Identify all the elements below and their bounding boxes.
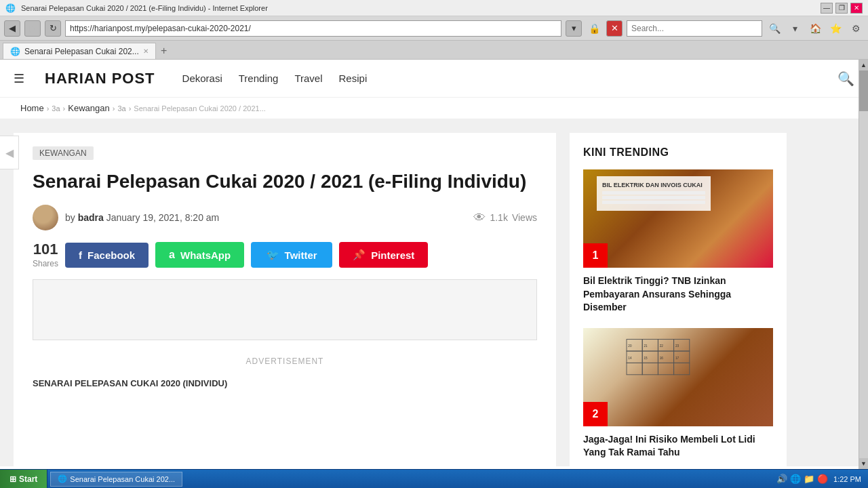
facebook-label: Facebook	[87, 249, 135, 261]
shares-number: 101	[33, 241, 58, 258]
header-search-icon[interactable]: 🔍	[837, 70, 854, 87]
search-button[interactable]: 🔍	[766, 20, 783, 37]
active-tab[interactable]: 🌐 Senarai Pelepasan Cukai 202... ✕	[3, 43, 156, 59]
home-icon[interactable]: 🏠	[807, 20, 823, 37]
shares-count: 101 Shares	[33, 241, 58, 268]
nav-dekorasi[interactable]: Dekorasi	[182, 73, 222, 84]
trending-text-1[interactable]: Bil Elektrik Tinggi? TNB Izinkan Pembaya…	[583, 274, 773, 314]
eye-icon: 👁	[473, 211, 486, 225]
facebook-share-button[interactable]: f Facebook	[65, 243, 149, 268]
close-button[interactable]: ✕	[850, 3, 863, 14]
browser-tabs: 🌐 Senarai Pelepasan Cukai 202... ✕ +	[0, 41, 868, 60]
refresh-button[interactable]: ↻	[45, 20, 61, 37]
site-nav: Dekorasi Trending Travel Resipi	[182, 73, 368, 84]
new-tab-button[interactable]: +	[156, 43, 172, 59]
shares-label: Shares	[33, 259, 58, 268]
trending-text-2[interactable]: Jaga-Jaga! Ini Risiko Membeli Lot Lidi Y…	[583, 433, 773, 460]
breadcrumb: Home › 3a › Kewangan › 3a › Senarai Pele…	[0, 98, 868, 119]
start-button[interactable]: ⊞ Start	[0, 470, 47, 488]
nav-trending[interactable]: Trending	[239, 73, 279, 84]
trending-item-1: BIL ELEKTRIK DAN INVOIS CUKAI 1 Bil Elek…	[583, 169, 773, 314]
taskbar-browser-item[interactable]: 🌐 Senarai Pelepasan Cukai 202...	[50, 472, 182, 487]
taskbar-network-icon[interactable]: 🌐	[790, 474, 801, 484]
search-input[interactable]	[627, 20, 762, 37]
site-logo[interactable]: HARIAN POST	[45, 70, 155, 87]
hamburger-menu[interactable]: ☰	[14, 71, 24, 86]
trending-rank-2: 2	[583, 402, 608, 426]
scroll-down-arrow[interactable]: ▼	[859, 458, 868, 469]
page-body: KEWANGAN Senarai Pelepasan Cukai 2020 / …	[0, 119, 868, 466]
pinterest-icon: 📌	[353, 249, 366, 261]
breadcrumb-current: Senarai Pelepasan Cukai 2020 / 2021...	[134, 104, 265, 113]
twitter-icon: 🐦	[267, 249, 279, 261]
vertical-scrollbar[interactable]: ▲ ▼	[859, 60, 868, 469]
ad-placeholder	[33, 279, 537, 340]
taskbar-browser-icon: 🌐	[58, 474, 67, 483]
svg-text:14: 14	[628, 356, 632, 359]
author-name[interactable]: badra	[78, 212, 104, 223]
start-label: Start	[19, 474, 37, 484]
pinterest-share-button[interactable]: 📌 Pinterest	[339, 242, 428, 268]
scroll-up-arrow[interactable]: ▲	[859, 60, 868, 70]
twitter-label: Twitter	[285, 249, 317, 261]
back-button[interactable]: ◀	[4, 20, 20, 37]
taskbar-security-icon[interactable]: 🔴	[817, 474, 828, 484]
back-arrow-icon: ◀	[5, 146, 14, 159]
search-dropdown[interactable]: ▾	[787, 20, 803, 37]
tab-label: Senarai Pelepasan Cukai 202...	[24, 47, 139, 56]
svg-rect-9	[642, 363, 658, 374]
browser-titlebar: 🌐 Senarai Pelepasan Cukai 2020 / 2021 (e…	[0, 0, 868, 16]
breadcrumb-sep4: ›	[129, 104, 132, 113]
windows-icon: ⊞	[9, 474, 16, 484]
breadcrumb-home[interactable]: Home	[20, 103, 44, 113]
settings-icon[interactable]: ⚙	[848, 20, 864, 37]
article-subtitle: SENARAI PELEPASAN CUKAI 2020 (INDIVIDU)	[33, 373, 537, 394]
address-url: https://harianpost.my/pelepasan-cukai-20…	[70, 24, 251, 33]
favorites-icon[interactable]: ⭐	[827, 20, 844, 37]
facebook-icon: f	[79, 249, 82, 261]
main-article: KEWANGAN Senarai Pelepasan Cukai 2020 / …	[14, 133, 556, 466]
nav-travel[interactable]: Travel	[294, 73, 322, 84]
minimize-button[interactable]: —	[821, 3, 833, 14]
whatsapp-icon: a	[169, 249, 175, 261]
author-info: by badra January 19, 2021, 8:20 am	[65, 212, 219, 223]
scroll-thumb[interactable]	[859, 70, 868, 111]
taskbar: ⊞ Start 🌐 Senarai Pelepasan Cukai 202...…	[0, 469, 868, 488]
taskbar-time: 1:22 PM	[833, 475, 861, 483]
svg-text:22: 22	[660, 344, 664, 348]
nav-resipi[interactable]: Resipi	[339, 73, 368, 84]
site-header: ☰ HARIAN POST Dekorasi Trending Travel R…	[0, 60, 868, 98]
lock-icon: 🔒	[586, 20, 602, 37]
browser-toolbar: ◀ ▶ ↻ https://harianpost.my/pelepasan-cu…	[0, 16, 868, 41]
category-tag[interactable]: KEWANGAN	[33, 146, 94, 160]
dropdown-button[interactable]: ▾	[566, 20, 582, 37]
article-date: January 19, 2021, 8:20 am	[106, 212, 220, 223]
taskbar-icons: 🔊 🌐 📁 🔴	[776, 474, 828, 484]
whatsapp-label: WhatsApp	[180, 249, 231, 261]
tab-close-icon[interactable]: ✕	[143, 47, 149, 55]
taskbar-right: 🔊 🌐 📁 🔴 1:22 PM	[770, 474, 868, 484]
website: ☰ HARIAN POST Dekorasi Trending Travel R…	[0, 60, 868, 469]
taskbar-volume-icon[interactable]: 🔊	[776, 474, 787, 484]
taskbar-folder-icon[interactable]: 📁	[804, 474, 814, 484]
views-count: 👁 1.1k Views	[473, 211, 537, 225]
address-bar[interactable]: https://harianpost.my/pelepasan-cukai-20…	[65, 20, 561, 37]
forward-button[interactable]: ▶	[24, 20, 41, 37]
svg-text:16: 16	[660, 356, 664, 359]
whatsapp-share-button[interactable]: a WhatsApp	[155, 242, 244, 268]
restore-button[interactable]: ❐	[835, 3, 848, 14]
svg-rect-8	[627, 363, 642, 374]
taskbar-browser-label: Senarai Pelepasan Cukai 202...	[70, 475, 175, 483]
svg-rect-10	[658, 363, 673, 374]
svg-text:21: 21	[644, 344, 648, 348]
trending-item-2: 20 21 22 23 14 15 16 17 2 Jaga-Jaga! Ini…	[583, 328, 773, 460]
breadcrumb-kewangan[interactable]: Kewangan	[68, 103, 109, 113]
twitter-share-button[interactable]: 🐦 Twitter	[251, 242, 332, 268]
delete-button[interactable]: ✕	[606, 20, 623, 37]
back-edge-button[interactable]: ◀	[0, 136, 19, 169]
breadcrumb-3a-1: 3a	[52, 104, 60, 113]
views-number: 1.1k	[490, 212, 507, 223]
svg-rect-11	[674, 363, 690, 374]
sidebar: KINI TRENDING BIL ELEKTRIK DAN INVOIS CU…	[570, 133, 787, 466]
share-bar: 101 Shares f Facebook a WhatsApp 🐦 Twitt…	[33, 241, 537, 268]
